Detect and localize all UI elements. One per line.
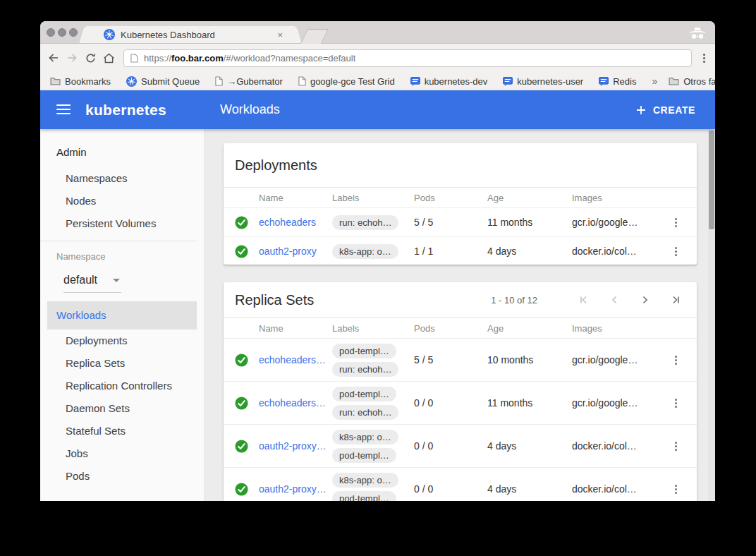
status-ok-icon xyxy=(235,440,259,453)
age-cell: 4 days xyxy=(487,483,572,495)
table-row: echoheaders…pod-templ…run: echoh…0 / 011… xyxy=(224,381,697,424)
sidebar-item-replica-sets[interactable]: Replica Sets xyxy=(40,352,204,375)
back-button[interactable] xyxy=(44,49,63,67)
row-menu-icon[interactable] xyxy=(672,215,680,230)
close-window-button[interactable] xyxy=(47,28,55,37)
new-tab-button[interactable] xyxy=(300,29,329,44)
labels-cell: k8s-app: o…pod-templ… xyxy=(332,473,414,502)
pods-cell: 5 / 5 xyxy=(414,217,487,228)
plus-icon xyxy=(636,105,646,115)
bookmarks-overflow-icon[interactable]: » xyxy=(652,75,657,87)
bookmark-bookmarks-folder[interactable]: Bookmarks xyxy=(50,76,111,87)
deployments-card: Deployments NameLabelsPodsAgeImages echo… xyxy=(224,143,697,265)
pods-cell: 0 / 0 xyxy=(414,397,487,409)
pods-cell: 1 / 1 xyxy=(414,246,487,257)
sidebar-item-workloads[interactable]: Workloads xyxy=(47,301,197,330)
zoom-window-button[interactable] xyxy=(69,28,78,37)
resource-name-link[interactable]: oauth2-proxy… xyxy=(259,440,332,452)
sidebar-item-admin[interactable]: Admin xyxy=(56,146,204,160)
images-cell: docker.io/col… xyxy=(572,483,662,495)
images-cell: gcr.io/google… xyxy=(572,397,662,409)
sidebar-item-namespaces[interactable]: Namespaces xyxy=(40,167,204,190)
label-chip: k8s-app: o… xyxy=(332,473,398,488)
images-cell: docker.io/col… xyxy=(572,246,662,257)
label-chip: run: echoh… xyxy=(332,215,398,230)
kubernetes-wheel-icon xyxy=(126,76,137,87)
reload-button[interactable] xyxy=(81,49,99,67)
url-bar[interactable]: https://foo.bar.com/#/workload?namespace… xyxy=(123,49,692,67)
next-page-button[interactable] xyxy=(640,295,650,305)
bookmark-kubernetes-user[interactable]: kubernetes-user xyxy=(503,76,583,87)
last-page-button[interactable] xyxy=(671,295,681,305)
sidebar-item-deployments[interactable]: Deployments xyxy=(40,330,204,352)
label-chip: k8s-app: o… xyxy=(332,430,398,445)
row-menu-icon[interactable] xyxy=(672,353,680,368)
bookmark-google-gce-test-grid[interactable]: google-gce Test Grid xyxy=(298,76,395,87)
labels-cell: run: echoh… xyxy=(332,215,414,230)
column-header-age: Age xyxy=(487,193,572,203)
age-cell: 10 months xyxy=(487,354,572,365)
resource-name-link[interactable]: echoheaders… xyxy=(259,354,332,365)
bookmark-kubernetes-dev[interactable]: kubernetes-dev xyxy=(410,76,488,87)
sidebar-divider xyxy=(40,241,197,241)
bookmark-gubernator[interactable]: →Gubernator xyxy=(215,76,283,87)
resource-name-link[interactable]: oauth2-proxy… xyxy=(259,483,332,495)
pods-cell: 0 / 0 xyxy=(414,440,487,452)
bookmark-submit-queue[interactable]: Submit Queue xyxy=(126,76,200,87)
sidebar-item-persistent-volumes[interactable]: Persistent Volumes xyxy=(40,212,204,235)
tab-close-icon[interactable]: × xyxy=(274,30,286,40)
resource-name-link[interactable]: echoheaders xyxy=(259,217,332,228)
sidebar-item-pods[interactable]: Pods xyxy=(40,465,204,488)
chat-icon xyxy=(410,77,420,86)
bookmark-other-favorites-folder[interactable]: Otros favoritos xyxy=(669,76,715,87)
pods-cell: 0 / 0 xyxy=(414,483,487,495)
table-row: oauth2-proxyk8s-app: o…1 / 14 daysdocker… xyxy=(224,236,697,265)
images-cell: gcr.io/google… xyxy=(572,354,662,365)
row-menu-icon[interactable] xyxy=(672,439,680,454)
first-page-button[interactable] xyxy=(578,295,588,305)
browser-menu-icon[interactable] xyxy=(700,51,708,66)
table-row: echoheadersrun: echoh…5 / 511 monthsgcr.… xyxy=(224,207,697,236)
incognito-icon xyxy=(688,26,707,40)
sidebar-item-daemon-sets[interactable]: Daemon Sets xyxy=(40,397,204,420)
create-button[interactable]: CREATE xyxy=(632,90,700,129)
label-chip: pod-templ… xyxy=(332,387,396,401)
column-header-images: Images xyxy=(572,323,662,334)
row-menu-icon[interactable] xyxy=(672,396,680,411)
bookmark-redis[interactable]: Redis xyxy=(599,76,636,87)
row-menu-icon[interactable] xyxy=(672,482,680,497)
namespace-label: Namespace xyxy=(56,251,204,264)
menu-hamburger-icon[interactable] xyxy=(56,104,71,114)
sidebar-item-nodes[interactable]: Nodes xyxy=(40,190,204,212)
age-cell: 11 months xyxy=(487,397,572,409)
kubernetes-favicon-icon xyxy=(104,29,115,40)
pagination-range: 1 - 10 of 12 xyxy=(491,295,537,306)
minimize-window-button[interactable] xyxy=(58,28,66,37)
status-ok-icon xyxy=(235,353,259,367)
age-cell: 4 days xyxy=(487,246,572,257)
sidebar-item-replication-controllers[interactable]: Replication Controllers xyxy=(40,375,204,397)
previous-page-button[interactable] xyxy=(609,295,619,305)
page-icon xyxy=(130,54,138,63)
browser-toolbar: https://foo.bar.com/#/workload?namespace… xyxy=(40,44,715,72)
label-chip: pod-templ… xyxy=(332,448,396,463)
images-cell: gcr.io/google… xyxy=(572,217,662,228)
label-chip: pod-templ… xyxy=(332,344,396,358)
column-header-pods: Pods xyxy=(414,193,487,203)
traffic-lights xyxy=(47,28,78,37)
forward-button[interactable] xyxy=(63,49,81,67)
resource-name-link[interactable]: oauth2-proxy xyxy=(259,246,332,257)
replica-sets-card: Replica Sets 1 - 10 of 12 xyxy=(224,282,697,501)
app-logo[interactable]: kubernetes xyxy=(85,90,166,129)
sidebar-item-jobs[interactable]: Jobs xyxy=(40,442,204,465)
resource-name-link[interactable]: echoheaders… xyxy=(259,397,332,409)
sidebar-item-stateful-sets[interactable]: Stateful Sets xyxy=(40,420,204,442)
row-menu-icon[interactable] xyxy=(672,244,680,259)
home-button[interactable] xyxy=(99,49,118,67)
browser-tab[interactable]: Kubernetes Dashboard × xyxy=(88,26,293,43)
table-row: oauth2-proxy…k8s-app: o…pod-templ…0 / 04… xyxy=(224,424,697,467)
labels-cell: pod-templ…run: echoh… xyxy=(332,387,414,420)
folder-icon xyxy=(50,77,61,85)
scrollbar-thumb[interactable] xyxy=(709,131,714,229)
namespace-select[interactable]: default xyxy=(63,274,121,293)
